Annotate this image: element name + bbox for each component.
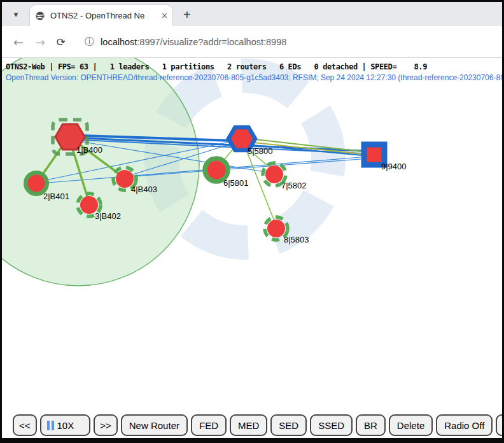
speed-up-button[interactable]: >> [94,414,118,436]
new-router-button[interactable]: New Router [121,414,188,436]
tab-title: OTNS2 - OpenThread Ne [50,11,159,20]
tab-strip: ▾ OTNS2 - OpenThread Ne × + [2,2,502,26]
status-line: OTNS2-Web | FPS= 63 | 1 leaders 1 partit… [6,62,427,71]
node-8-label: 8|5803 [284,235,309,244]
otns-canvas[interactable]: OTNS2-Web | FPS= 63 | 1 leaders 1 partit… [2,58,502,438]
toolbar: << 10X >> New Router FED MED SED SSED BR… [13,414,502,436]
node-2[interactable] [26,173,47,194]
url-path: :8997/visualize?addr=localhost:8998 [137,37,286,47]
back-icon[interactable]: ← [13,35,24,49]
node-2-label: 2|B401 [43,192,69,201]
url-host: localhost [101,37,137,47]
pause-icon [47,421,54,430]
tab-otns2[interactable]: OTNS2 - OpenThread Ne × [29,4,173,26]
speed-down-button[interactable]: << [13,414,37,436]
node-7-label: 7|5802 [281,181,307,190]
radio-on-button[interactable]: Radio On [496,414,502,436]
node-3-label: 3|B402 [95,211,121,221]
forward-icon[interactable]: → [35,35,45,49]
delete-button[interactable]: Delete [389,414,433,436]
reload-icon[interactable]: ⟳ [57,36,66,48]
network-graph [2,58,502,438]
med-button[interactable]: MED [230,414,267,436]
radio-off-button[interactable]: Radio Off [436,414,493,436]
tab-close-icon[interactable]: × [162,11,167,21]
version-line: OpenThread Version: OPENTHREAD/thread-re… [6,73,502,82]
sed-button[interactable]: SED [270,414,307,436]
speed-label: 10X [57,420,74,431]
node-9-label: 9|9400 [381,162,407,171]
speed-pause-button[interactable]: 10X [40,414,91,436]
fed-button[interactable]: FED [191,414,227,436]
node-6-label: 6|5801 [223,178,249,188]
ssed-button[interactable]: SSED [310,414,353,436]
address-bar-row: ← → ⟳ ⓘ localhost:8997/visualize?addr=lo… [2,26,502,58]
globe-favicon-icon [35,11,45,21]
page-info-icon[interactable]: ⓘ [85,36,94,48]
tab-list-chevron-icon[interactable]: ▾ [8,6,24,22]
node-4-label: 4|B403 [131,185,157,194]
new-tab-button[interactable]: + [183,8,191,21]
br-button[interactable]: BR [356,414,386,436]
address-bar[interactable]: localhost:8997/visualize?addr=localhost:… [101,37,286,47]
node-1-label: 1|B400 [76,145,102,155]
node-5-label: 5|5800 [248,146,273,156]
browser-window: ▾ OTNS2 - OpenThread Ne × + ← → ⟳ ⓘ loca… [0,0,504,443]
